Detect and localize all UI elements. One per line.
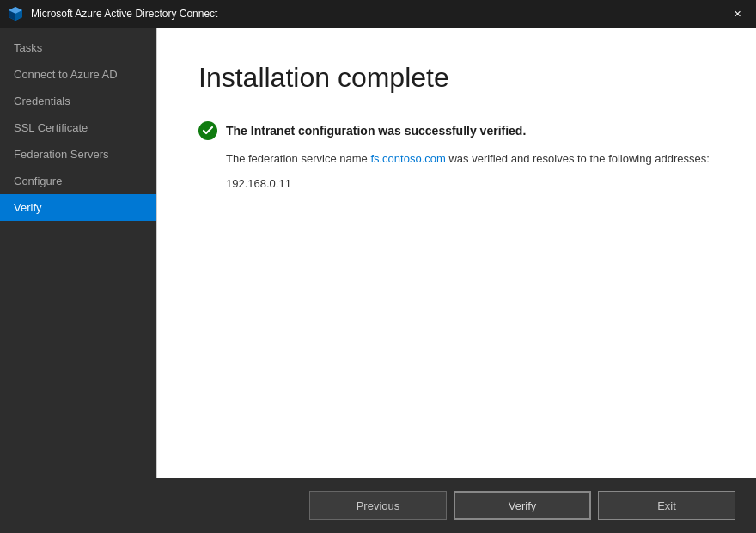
- main-window: Tasks Connect to Azure AD Credentials SS…: [0, 28, 756, 533]
- federation-service-link[interactable]: fs.contoso.com: [370, 152, 445, 165]
- sidebar-item-federation-servers[interactable]: Federation Servers: [0, 141, 156, 168]
- title-bar-controls: – ✕: [701, 5, 749, 22]
- sidebar-item-configure[interactable]: Configure: [0, 168, 156, 194]
- body-prefix: The federation service name: [226, 152, 370, 165]
- success-block: The Intranet configuration was successfu…: [198, 121, 715, 190]
- success-title: The Intranet configuration was successfu…: [226, 124, 526, 138]
- body-suffix: was verified and resolves to the followi…: [446, 152, 710, 165]
- sidebar-item-ssl-certificate[interactable]: SSL Certificate: [0, 114, 156, 141]
- sidebar-item-verify[interactable]: Verify: [0, 194, 156, 221]
- previous-button[interactable]: Previous: [309, 491, 447, 520]
- page-title: Installation complete: [198, 62, 715, 94]
- sidebar-item-connect-to-azure-ad[interactable]: Connect to Azure AD: [0, 61, 156, 88]
- main-content: Installation complete The Intranet confi…: [157, 28, 756, 478]
- app-icon: [7, 5, 24, 22]
- content-area: Tasks Connect to Azure AD Credentials SS…: [0, 28, 756, 478]
- footer: Previous Verify Exit: [0, 478, 756, 533]
- success-header: The Intranet configuration was successfu…: [198, 121, 715, 140]
- title-bar: Microsoft Azure Active Directory Connect…: [0, 0, 756, 28]
- title-bar-text: Microsoft Azure Active Directory Connect: [31, 8, 701, 20]
- sidebar: Tasks Connect to Azure AD Credentials SS…: [0, 28, 156, 478]
- success-body: The federation service name fs.contoso.c…: [226, 150, 715, 168]
- verify-button[interactable]: Verify: [454, 491, 591, 520]
- close-button[interactable]: ✕: [725, 5, 749, 22]
- success-check-icon: [198, 121, 217, 140]
- ip-address: 192.168.0.11: [226, 177, 715, 190]
- sidebar-item-credentials[interactable]: Credentials: [0, 88, 156, 114]
- sidebar-item-tasks[interactable]: Tasks: [0, 34, 156, 61]
- minimize-button[interactable]: –: [701, 5, 725, 22]
- exit-button[interactable]: Exit: [598, 491, 735, 520]
